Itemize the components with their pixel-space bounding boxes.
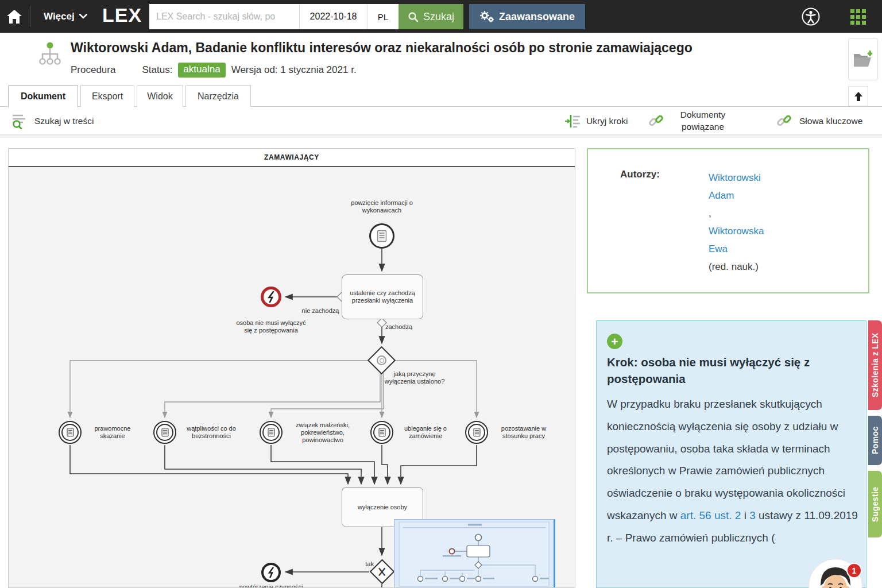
edge-tab-pomoc[interactable]: Pomoc	[868, 416, 882, 465]
keywords-label: Słowa kluczowe	[799, 116, 862, 126]
search-icon	[408, 11, 419, 22]
document-icon	[161, 428, 169, 437]
search-button[interactable]: Szukaj	[399, 4, 463, 29]
start-event-node[interactable]	[369, 223, 394, 249]
branch-node-bezstronnosc[interactable]	[153, 421, 176, 444]
search-in-text-icon	[11, 113, 29, 129]
more-label: Więcej	[44, 11, 75, 22]
status-badge: aktualna	[178, 63, 225, 78]
related-documents-button[interactable]: Dokumenty powiązane	[647, 107, 734, 134]
end-event-label: osoba nie musi wyłączyć się z postępowan…	[235, 319, 307, 334]
edge-tab-sugestie[interactable]: Sugestie	[868, 471, 882, 537]
branch-node-pokrewienstwo[interactable]	[260, 421, 283, 444]
date-field[interactable]	[300, 4, 368, 29]
hide-steps-button[interactable]: Ukryj kroki	[564, 107, 628, 134]
document-icon	[377, 230, 387, 242]
step-heading: Krok: osoba nie musi wyłączyć się z post…	[607, 354, 848, 387]
more-menu-button[interactable]: Więcej	[36, 0, 95, 33]
hide-steps-label: Ukryj kroki	[586, 116, 628, 126]
document-header: Wiktorowski Adam, Badanie konfliktu inte…	[0, 33, 882, 85]
advanced-search-button[interactable]: Zaawansowane	[469, 4, 585, 29]
author-suffix: (red. nauk.)	[709, 258, 779, 276]
end-event-black-node[interactable]	[261, 563, 281, 582]
search-button-label: Szukaj	[423, 11, 454, 23]
accessibility-button[interactable]	[800, 6, 822, 28]
related-documents-label: Dokumenty powiązane	[671, 109, 734, 133]
keywords-button[interactable]: Słowa kluczowe	[775, 107, 862, 134]
author-separator: ,	[709, 204, 779, 222]
document-icon	[268, 428, 275, 437]
gateway-question-label: jaką przyczynę wyłączenia ustalono?	[381, 370, 448, 385]
authors-label: Autorzy:	[620, 169, 660, 180]
topbar: Więcej LEX PL Szukaj Zaawansowane	[0, 0, 882, 33]
chevron-down-icon	[79, 14, 87, 19]
version-label: Wersja od: 1 stycznia 2021 r.	[231, 64, 357, 76]
edge-tab-szkolenia[interactable]: Szkolenia z LEX	[868, 320, 882, 410]
document-icon	[378, 428, 386, 437]
search-input[interactable]	[149, 4, 300, 29]
advanced-button-label: Zaawansowane	[499, 11, 575, 23]
tab-dokument[interactable]: Dokument	[8, 85, 78, 107]
procedure-icon	[37, 41, 63, 69]
law-link-ust-3[interactable]: 3	[749, 509, 756, 521]
status-label: Status:	[142, 64, 172, 76]
notification-badge[interactable]: 1	[846, 563, 862, 578]
gears-icon	[479, 10, 494, 23]
step-body: W przypadku braku przesłanek skutkującyc…	[607, 393, 858, 549]
law-link-art-56[interactable]: art. 56 ust. 2	[680, 509, 741, 521]
branch-label: wątpliwości co do bezstronności	[180, 425, 243, 440]
x-glyph: ✕	[377, 563, 387, 580]
lex-app: Więcej LEX PL Szukaj Zaawansowane	[0, 0, 882, 588]
search-in-content-button[interactable]: Szukaj w treści	[11, 107, 94, 134]
lane-title: ZAMAWIAJĄCY	[9, 149, 575, 167]
branch-node-stosunek-pracy[interactable]	[465, 421, 488, 444]
branch-label: prawomocne skazanie	[85, 425, 140, 440]
branch-node-zamowienie[interactable]	[370, 421, 393, 444]
arrow-up-icon	[853, 91, 864, 102]
author-link-wiktorowski-adam[interactable]: Wiktorowski Adam	[709, 172, 761, 201]
apps-grid-button[interactable]	[849, 7, 867, 26]
branch-label: związek małżeński, pokrewieństwo, powino…	[286, 421, 359, 444]
tab-eksport[interactable]: Eksport	[80, 85, 134, 107]
tabstrip: Dokument Eksport Widok Narzędzia	[0, 85, 882, 107]
branch-node-skazanie[interactable]	[59, 421, 82, 444]
tab-narzedzia[interactable]: Narzędzia	[185, 85, 251, 107]
edge-label-nie-zachodza: nie zachodzą	[295, 307, 346, 315]
lightning-icon	[265, 290, 277, 304]
step-body-sep: i	[741, 509, 749, 521]
doc-type-label: Procedura	[71, 64, 115, 76]
lightning-icon	[266, 566, 276, 579]
hide-steps-icon	[564, 113, 581, 129]
language-selector[interactable]: PL	[368, 4, 399, 29]
gateway-glyph	[377, 355, 386, 365]
branch-label: pozostawanie w stosunku pracy	[492, 425, 556, 440]
link-icon	[775, 112, 794, 130]
document-icon	[473, 428, 481, 437]
task-node-ustalenie[interactable]: ustalenie czy zachodzą przesłanki wyłącz…	[342, 274, 423, 319]
tab-widok[interactable]: Widok	[137, 85, 183, 107]
search-in-content-label: Szukaj w treści	[34, 116, 94, 126]
divider	[30, 6, 30, 27]
accessibility-icon	[800, 6, 822, 28]
home-button[interactable]	[0, 0, 29, 33]
minimap-thumbnail	[394, 520, 554, 588]
plus-icon[interactable]: +	[607, 334, 622, 349]
minimap[interactable]	[394, 519, 555, 588]
authors-box: Autorzy: Wiktorowski Adam , Wiktorowska …	[587, 148, 869, 293]
procedure-diagram-panel: ZAMAWIAJĄCY	[8, 148, 575, 588]
page-title: Wiktorowski Adam, Badanie konfliktu inte…	[71, 40, 817, 56]
step-body-text: W przypadku braku przesłanek skutkującyc…	[607, 398, 845, 521]
start-event-label: powzięcie informacji o wykonawcach	[342, 199, 422, 214]
lex-logo[interactable]: LEX	[102, 4, 142, 26]
link-icon	[647, 112, 666, 130]
branch-label: ubieganie się o zamówienie	[397, 425, 454, 440]
scroll-top-button[interactable]	[848, 86, 868, 106]
end-event-red-node[interactable]	[261, 287, 281, 307]
folder-download-icon	[852, 49, 874, 69]
home-icon	[6, 9, 22, 25]
step-info-box: + Krok: osoba nie musi wyłączyć się z po…	[596, 320, 866, 588]
save-to-folder-button[interactable]	[848, 38, 878, 80]
author-link-wiktorowska-ewa[interactable]: Wiktorowska Ewa	[709, 226, 764, 254]
end2-event-label: powtórzenie czynności	[238, 583, 304, 588]
document-icon	[67, 428, 74, 437]
